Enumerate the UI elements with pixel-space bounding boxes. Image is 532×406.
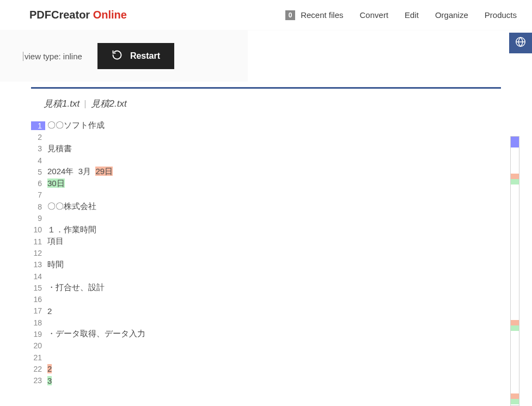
minimap-mark[interactable] (511, 325, 519, 331)
diff-lines[interactable]: 1〇〇ソフト作成23見積書452024年 3月 29日630日78〇〇株式会社9… (31, 120, 532, 386)
logo-accent: Online (93, 9, 127, 21)
line-number: 5 (31, 168, 45, 176)
diff-line[interactable]: 14 (31, 270, 532, 282)
line-number: 22 (31, 365, 45, 373)
diff-minimap[interactable] (510, 136, 519, 406)
line-number: 23 (31, 376, 45, 385)
line-text: 30日 (45, 179, 65, 189)
line-number: 13 (31, 260, 45, 269)
diff-added: 3 (47, 376, 52, 385)
minimap-mark[interactable] (511, 393, 519, 399)
line-number: 9 (31, 214, 45, 223)
main-nav: 0 Recent files Convert Edit Organize Pro… (285, 10, 517, 20)
line-number: 15 (31, 284, 45, 292)
nav-organize[interactable]: Organize (435, 10, 468, 20)
file-tab-separator: | (83, 99, 87, 109)
nav-recent-files[interactable]: 0 Recent files (285, 10, 343, 20)
diff-line[interactable]: 2 (31, 131, 532, 143)
line-number: 11 (31, 237, 45, 246)
app-header: PDFCreator Online 0 Recent files Convert… (0, 0, 532, 30)
diff-text: 〇〇ソフト作成 (47, 120, 105, 130)
recent-files-badge: 0 (285, 10, 295, 20)
line-number: 14 (31, 272, 45, 281)
diff-line[interactable]: 1〇〇ソフト作成 (31, 120, 532, 131)
diff-text: 〇〇株式会社 (47, 201, 96, 211)
minimap-mark[interactable] (511, 137, 519, 147)
line-number: 18 (31, 318, 45, 327)
toolbar-row: view type: inline Restart (0, 30, 532, 82)
line-number: 19 (31, 330, 45, 339)
restart-icon (112, 50, 123, 63)
nav-convert[interactable]: Convert (360, 10, 389, 20)
nav-products[interactable]: Products (485, 10, 517, 20)
line-text: 項目 (45, 236, 64, 247)
line-text: 〇〇株式会社 (45, 201, 96, 212)
line-number: 2 (31, 133, 45, 142)
line-text: 2024年 3月 29日 (45, 167, 113, 177)
diff-line[interactable]: 13時間 (31, 259, 532, 270)
line-number: 21 (31, 353, 45, 362)
diff-removed: 29日 (95, 167, 113, 176)
line-text: 〇〇ソフト作成 (45, 120, 105, 131)
diff-text: ・打合せ、設計 (47, 282, 105, 292)
diff-line[interactable]: 15・打合せ、設計 (31, 282, 532, 293)
diff-line[interactable]: 10１．作業時間 (31, 224, 532, 236)
diff-line[interactable]: 20 (31, 340, 532, 352)
diff-line[interactable]: 11項目 (31, 236, 532, 247)
line-number: 17 (31, 306, 45, 315)
app-logo[interactable]: PDFCreator Online (29, 9, 127, 21)
line-text: 見積書 (45, 144, 72, 154)
diff-removed: 2 (47, 364, 52, 373)
line-number: 8 (31, 202, 45, 211)
minimap-mark[interactable] (511, 174, 519, 179)
diff-line[interactable]: 8〇〇株式会社 (31, 201, 532, 212)
file-tab-right[interactable]: 見積2.txt (91, 97, 127, 110)
diff-line[interactable]: 12 (31, 247, 532, 259)
diff-line[interactable]: 172 (31, 305, 532, 317)
minimap-mark[interactable] (511, 179, 519, 184)
diff-line[interactable]: 7 (31, 189, 532, 201)
diff-line[interactable]: 630日 (31, 177, 532, 189)
restart-button[interactable]: Restart (97, 43, 174, 69)
minimap-mark[interactable] (511, 399, 519, 404)
view-type-label[interactable]: view type: inline (23, 52, 82, 61)
diff-line[interactable]: 18 (31, 317, 532, 328)
diff-line[interactable]: 4 (31, 155, 532, 166)
diff-line[interactable]: 222 (31, 363, 532, 374)
diff-line[interactable]: 9 (31, 212, 532, 224)
line-text: 2 (45, 306, 52, 316)
line-number: 12 (31, 249, 45, 257)
line-number: 20 (31, 341, 45, 350)
line-text: １．作業時間 (45, 225, 96, 235)
diff-line[interactable]: 3見積書 (31, 143, 532, 155)
line-text: ・データ取得、データ入力 (45, 329, 145, 339)
line-number: 16 (31, 295, 45, 304)
line-number: 7 (31, 190, 45, 199)
diff-line[interactable]: 19・データ取得、データ入力 (31, 328, 532, 340)
diff-text: ・データ取得、データ入力 (47, 329, 145, 338)
diff-text: 項目 (47, 236, 64, 245)
diff-text: 時間 (47, 260, 64, 269)
diff-line[interactable]: 52024年 3月 29日 (31, 166, 532, 177)
diff-line[interactable]: 233 (31, 375, 532, 386)
file-tab-left[interactable]: 見積1.txt (44, 97, 80, 110)
diff-text: １．作業時間 (47, 225, 96, 234)
logo-main: PDFCreator (29, 9, 93, 21)
diff-text: 2024年 3月 (47, 167, 95, 176)
globe-icon (515, 36, 527, 51)
language-button[interactable] (509, 33, 532, 53)
nav-edit[interactable]: Edit (405, 10, 419, 20)
diff-line[interactable]: 16 (31, 293, 532, 305)
restart-label: Restart (130, 51, 160, 61)
diff-line[interactable]: 21 (31, 352, 532, 363)
file-tabs: 見積1.txt | 見積2.txt (0, 89, 532, 120)
recent-files-label: Recent files (301, 10, 343, 20)
diff-text: 2 (47, 306, 52, 316)
line-text: 3 (45, 376, 52, 385)
diff-text: 見積書 (47, 144, 72, 153)
diff-area: 1〇〇ソフト作成23見積書452024年 3月 29日630日78〇〇株式会社9… (0, 120, 532, 386)
minimap-mark[interactable] (511, 320, 519, 325)
toolbar: view type: inline Restart (0, 30, 248, 82)
line-number: 1 (31, 121, 45, 130)
diff-added: 30日 (47, 179, 65, 188)
